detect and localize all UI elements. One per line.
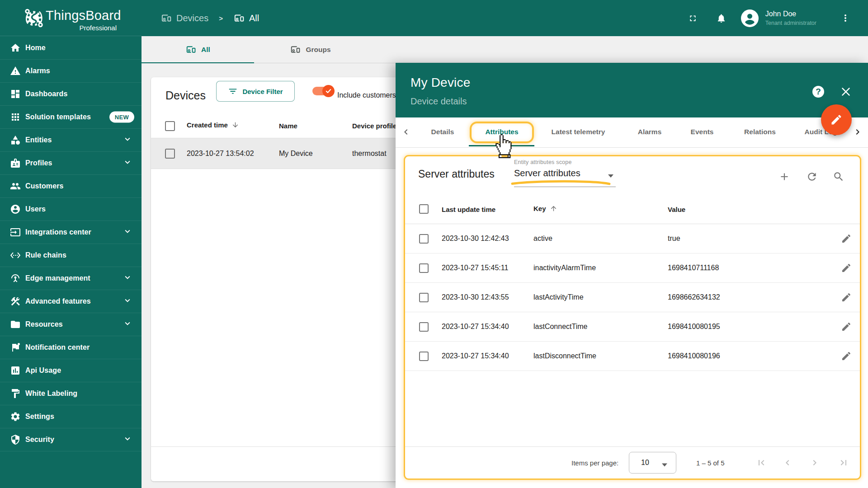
customers-icon (10, 181, 21, 192)
logo[interactable]: ThingsBoard Professional (0, 0, 142, 36)
tabs-scroll-left-icon[interactable] (401, 127, 411, 137)
sidebar-item-security[interactable]: Security (0, 428, 142, 451)
edit-pencil-icon[interactable] (841, 321, 852, 332)
scope-label: Entity attributes scope (514, 159, 616, 165)
row-checkbox[interactable] (419, 293, 429, 302)
tab-all[interactable]: All (142, 36, 254, 63)
breadcrumb-all[interactable]: All (233, 12, 259, 24)
column-last-update-time[interactable]: Last update time (442, 205, 495, 213)
sort-desc-icon (231, 121, 239, 130)
column-created-time[interactable]: Created time (187, 121, 239, 130)
edit-pencil-icon[interactable] (841, 292, 852, 303)
sidebar-item-profiles[interactable]: Profiles (0, 152, 142, 175)
user-name: John Doe (765, 9, 816, 19)
breadcrumb-devices[interactable]: Devices (160, 12, 208, 24)
devices-title: Devices (165, 89, 206, 102)
sidebar-item-edge-management[interactable]: Edge management (0, 267, 142, 290)
cell-value: 1698662634132 (668, 293, 720, 301)
tab-relations[interactable]: Relations (744, 117, 776, 146)
row-checkbox[interactable] (419, 234, 429, 244)
tab-groups[interactable]: Groups (254, 36, 367, 63)
select-all-checkbox[interactable] (165, 121, 175, 131)
notification-center-icon (10, 342, 21, 353)
column-key[interactable]: Key (533, 205, 557, 214)
cell-value: true (668, 235, 680, 243)
security-icon (10, 434, 21, 445)
next-page-icon[interactable] (809, 457, 820, 468)
last-page-icon[interactable] (838, 457, 849, 468)
sidebar-item-api-usage[interactable]: Api Usage (0, 359, 142, 382)
attribute-row[interactable]: 2023-10-30 12:43:55 lastActivityTime 169… (405, 283, 860, 312)
refresh-icon[interactable] (806, 171, 817, 182)
include-customers-toggle[interactable] (312, 87, 332, 95)
edit-pencil-icon[interactable] (841, 351, 852, 361)
close-icon[interactable] (840, 86, 852, 98)
search-icon[interactable] (833, 171, 844, 182)
sidebar-item-home[interactable]: Home (0, 37, 142, 60)
fullscreen-icon[interactable] (688, 13, 698, 23)
column-name[interactable]: Name (279, 122, 297, 130)
sidebar-item-customers[interactable]: Customers (0, 175, 142, 198)
sidebar-item-settings[interactable]: Settings (0, 405, 142, 428)
integrations-center-icon (10, 227, 21, 238)
attribute-row[interactable]: 2023-10-27 15:34:40 lastDisconnectTime 1… (405, 342, 860, 371)
edit-device-fab[interactable] (821, 104, 852, 135)
sidebar-item-alarms[interactable]: Alarms (0, 60, 142, 83)
attributes-title: Server attributes (418, 168, 495, 180)
sidebar-item-advanced-features[interactable]: Advanced features (0, 290, 142, 313)
tab-details[interactable]: Details (431, 117, 454, 146)
row-checkbox[interactable] (419, 352, 429, 361)
add-attribute-icon[interactable] (778, 171, 789, 182)
user-menu[interactable]: John Doe Tenant administrator (765, 9, 816, 28)
row-checkbox[interactable] (419, 322, 429, 332)
page-size-select[interactable]: 10 (629, 452, 676, 474)
api-usage-icon (10, 365, 21, 376)
user-avatar[interactable] (741, 9, 759, 27)
tab-alarms[interactable]: Alarms (638, 117, 662, 146)
notifications-bell-icon[interactable] (716, 13, 727, 23)
devices-icon (160, 12, 172, 24)
devices-icon (185, 44, 197, 55)
sidebar-item-white-labeling[interactable]: White Labeling (0, 382, 142, 405)
tab-events[interactable]: Events (691, 117, 714, 146)
row-checkbox[interactable] (165, 149, 175, 159)
attribute-row[interactable]: 2023-10-27 15:45:11 inactivityAlarmTime … (405, 253, 860, 283)
sidebar-item-dashboards[interactable]: Dashboards (0, 83, 142, 106)
rule-chains-icon (10, 250, 21, 261)
row-checkbox[interactable] (419, 263, 429, 273)
edit-pencil-icon[interactable] (841, 263, 852, 273)
sidebar-nav: Home Alarms Dashboards Solution template… (0, 37, 142, 451)
drawer-tabs: Details Attributes Latest telemetry Alar… (396, 117, 868, 148)
attributes-scope-select[interactable]: Entity attributes scope Server attribute… (514, 159, 616, 178)
dashboards-icon (10, 89, 21, 99)
sidebar-item-solution-templates[interactable]: Solution templates NEW (0, 106, 142, 129)
dropdown-caret-icon (661, 461, 668, 469)
device-filter-button[interactable]: Device Filter (216, 81, 295, 102)
chevron-down-icon (123, 226, 132, 238)
sidebar-item-resources[interactable]: Resources (0, 313, 142, 336)
column-value[interactable]: Value (668, 205, 685, 213)
sidebar-item-users[interactable]: Users (0, 198, 142, 221)
active-tab-ink-bar (469, 145, 534, 146)
attribute-row[interactable]: 2023-10-27 15:34:40 lastConnectTime 1698… (405, 312, 860, 342)
sidebar-item-rule-chains[interactable]: Rule chains (0, 244, 142, 267)
more-vert-icon[interactable] (840, 13, 851, 23)
sidebar-item-notification-center[interactable]: Notification center (0, 336, 142, 359)
device-details-drawer: My Device Device details ? Details Attri… (396, 63, 868, 488)
first-page-icon[interactable] (756, 457, 767, 468)
tabs-scroll-right-icon[interactable] (852, 127, 863, 137)
tab-latest-telemetry[interactable]: Latest telemetry (552, 117, 605, 146)
thingsboard-app: ThingsBoard Professional Home Alarms Das… (0, 0, 868, 488)
column-device-profile[interactable]: Device profile (352, 122, 396, 130)
sidebar-item-integrations-center[interactable]: Integrations center (0, 221, 142, 244)
edit-pencil-icon[interactable] (841, 233, 852, 244)
cell-last-update-time: 2023-10-27 15:34:40 (442, 352, 509, 360)
field-underline (514, 187, 616, 187)
select-all-checkbox[interactable] (419, 204, 429, 214)
cell-key: active (533, 235, 552, 243)
previous-page-icon[interactable] (782, 457, 793, 468)
breadcrumb: Devices > All (160, 12, 259, 24)
help-icon[interactable]: ? (812, 86, 824, 98)
attribute-row[interactable]: 2023-10-30 12:42:43 active true (405, 224, 860, 253)
sidebar-item-entities[interactable]: Entities (0, 129, 142, 152)
